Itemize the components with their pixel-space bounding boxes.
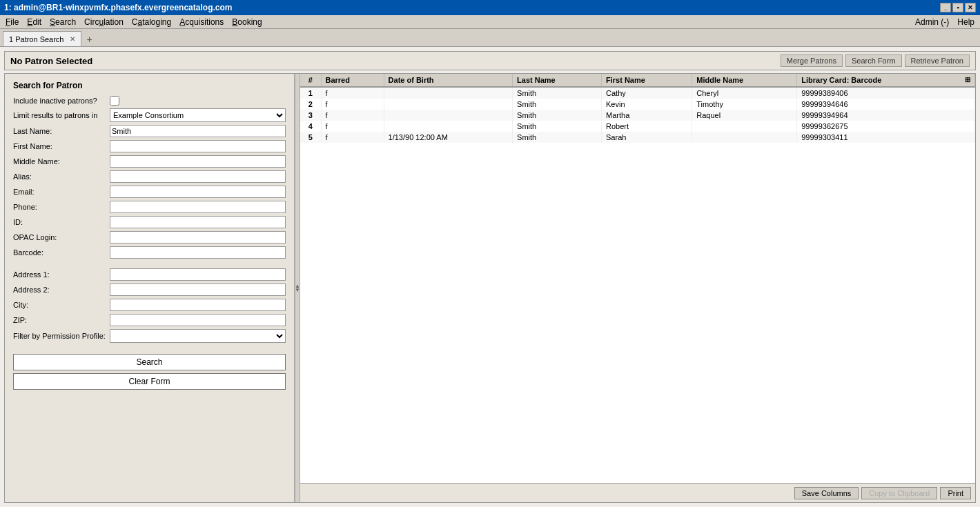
last-name-row: Last Name: xyxy=(13,125,286,137)
col-dob: Date of Birth xyxy=(384,74,512,87)
city-input[interactable] xyxy=(110,299,286,311)
middle-name-input[interactable] xyxy=(110,155,286,168)
email-input[interactable] xyxy=(110,186,286,198)
alias-input[interactable] xyxy=(110,170,286,183)
include-inactive-checkbox[interactable] xyxy=(110,96,119,106)
menu-acquisitions[interactable]: Acquisitions xyxy=(175,16,228,28)
close-button[interactable]: ✕ xyxy=(965,3,976,12)
table-row[interactable]: 3 f Smith Martha Raquel 99999394964 xyxy=(300,110,975,121)
table-row[interactable]: 1 f Smith Cathy Cheryl 99999389406 xyxy=(300,87,975,99)
include-inactive-label: Include inactive patrons? xyxy=(13,97,110,105)
results-table-wrapper: # Barred Date of Birth Last Name First N… xyxy=(300,74,975,483)
last-name-label: Last Name: xyxy=(13,127,110,135)
content-area: Search for Patron Include inactive patro… xyxy=(4,73,976,503)
barcode-input[interactable] xyxy=(110,246,286,259)
print-button[interactable]: Print xyxy=(940,487,971,499)
cell-barcode: 99999389406 xyxy=(797,87,975,99)
address2-input[interactable] xyxy=(110,284,286,296)
results-tbody: 1 f Smith Cathy Cheryl 99999389406 2 f S… xyxy=(300,87,975,143)
filter-permission-row: Filter by Permission Profile: xyxy=(13,329,286,343)
menu-cataloging[interactable]: Cataloging xyxy=(128,16,175,28)
col-firstname: First Name xyxy=(602,74,692,87)
help-menu[interactable]: Help xyxy=(953,16,979,28)
address1-input[interactable] xyxy=(110,268,286,281)
table-row[interactable]: 2 f Smith Kevin Timothy 99999394646 xyxy=(300,99,975,110)
email-label: Email: xyxy=(13,188,110,196)
filter-permission-label: Filter by Permission Profile: xyxy=(13,332,110,340)
restore-button[interactable]: ▪ xyxy=(952,3,963,12)
cell-barcode: 99999303411 xyxy=(797,132,975,143)
cell-dob xyxy=(384,121,512,132)
middle-name-row: Middle Name: xyxy=(13,155,286,168)
cell-firstname: Kevin xyxy=(602,99,692,110)
window-controls: _ ▪ ✕ xyxy=(940,3,976,12)
barcode-row: Barcode: xyxy=(13,246,286,259)
cell-barred: f xyxy=(321,121,384,132)
opac-login-input[interactable] xyxy=(110,231,286,243)
opac-login-row: OPAC Login: xyxy=(13,231,286,243)
menu-circulation[interactable]: Circulation xyxy=(80,16,128,28)
merge-patrons-button[interactable]: Merge Patrons xyxy=(781,54,843,67)
tab-close-icon[interactable]: ✕ xyxy=(70,35,75,43)
cell-middlename xyxy=(692,132,797,143)
middle-name-label: Middle Name: xyxy=(13,157,110,166)
copy-to-clipboard-button[interactable]: Copy to Clipboard xyxy=(861,487,937,499)
menu-edit[interactable]: Edit xyxy=(23,16,46,28)
address2-row: Address 2: xyxy=(13,284,286,296)
opac-login-label: OPAC Login: xyxy=(13,233,110,241)
title-text: 1: admin@BR1-winxpvmfx.phasefx.evergreen… xyxy=(4,3,940,12)
menu-search[interactable]: Search xyxy=(46,16,80,28)
minimize-button[interactable]: _ xyxy=(940,3,951,12)
col-num: # xyxy=(300,74,321,87)
search-button[interactable]: Search xyxy=(13,354,286,370)
cell-middlename: Timothy xyxy=(692,99,797,110)
table-row[interactable]: 5 f 1/13/90 12:00 AM Smith Sarah 9999930… xyxy=(300,132,975,143)
first-name-label: First Name: xyxy=(13,142,110,150)
cell-barcode: 99999394964 xyxy=(797,110,975,121)
address2-label: Address 2: xyxy=(13,286,110,294)
admin-menu[interactable]: Admin (-) xyxy=(911,16,953,28)
cell-lastname: Smith xyxy=(513,110,602,121)
last-name-input[interactable] xyxy=(110,125,286,137)
main-area: No Patron Selected Merge Patrons Search … xyxy=(0,47,980,507)
table-row[interactable]: 4 f Smith Robert 99999362675 xyxy=(300,121,975,132)
city-label: City: xyxy=(13,301,110,309)
save-columns-button[interactable]: Save Columns xyxy=(794,487,859,499)
cell-barred: f xyxy=(321,87,384,99)
limit-results-row: Limit results to patrons in Example Cons… xyxy=(13,108,286,122)
cell-num: 4 xyxy=(300,121,321,132)
filter-permission-select[interactable] xyxy=(110,329,286,343)
barcode-label: Barcode: xyxy=(13,248,110,257)
id-input[interactable] xyxy=(110,216,286,228)
first-name-row: First Name: xyxy=(13,140,286,152)
limit-results-label: Limit results to patrons in xyxy=(13,111,110,119)
first-name-input[interactable] xyxy=(110,140,286,152)
clear-form-button[interactable]: Clear Form xyxy=(13,373,286,390)
cell-num: 3 xyxy=(300,110,321,121)
top-bar: No Patron Selected Merge Patrons Search … xyxy=(4,51,976,70)
col-options-icon[interactable]: ⊞ xyxy=(965,76,970,83)
retrieve-patron-button[interactable]: Retrieve Patron xyxy=(905,54,970,67)
title-bar: 1: admin@BR1-winxpvmfx.phasefx.evergreen… xyxy=(0,0,980,15)
search-panel: Search for Patron Include inactive patro… xyxy=(5,74,295,502)
tab-add-button[interactable]: + xyxy=(83,32,97,46)
phone-input[interactable] xyxy=(110,201,286,213)
menu-booking[interactable]: Booking xyxy=(228,16,266,28)
zip-input[interactable] xyxy=(110,314,286,326)
tab-bar: 1 Patron Search ✕ + xyxy=(0,29,980,47)
col-barcode: Library Card: Barcode ⊞ xyxy=(797,74,975,87)
results-panel: # Barred Date of Birth Last Name First N… xyxy=(300,74,975,502)
city-row: City: xyxy=(13,299,286,311)
cell-firstname: Cathy xyxy=(602,87,692,99)
menu-file[interactable]: File xyxy=(1,16,23,28)
panel-resize-handle[interactable]: ▲▼ xyxy=(295,74,300,502)
tab-patron-search-label: 1 Patron Search xyxy=(9,35,64,43)
cell-lastname: Smith xyxy=(513,87,602,99)
tab-patron-search[interactable]: 1 Patron Search ✕ xyxy=(3,31,81,46)
limit-results-select[interactable]: Example Consortium BR1 BR2 BR3 xyxy=(110,108,286,122)
cell-firstname: Robert xyxy=(602,121,692,132)
address1-row: Address 1: xyxy=(13,268,286,281)
cell-barred: f xyxy=(321,132,384,143)
search-form-button[interactable]: Search Form xyxy=(845,54,902,67)
cell-barred: f xyxy=(321,99,384,110)
